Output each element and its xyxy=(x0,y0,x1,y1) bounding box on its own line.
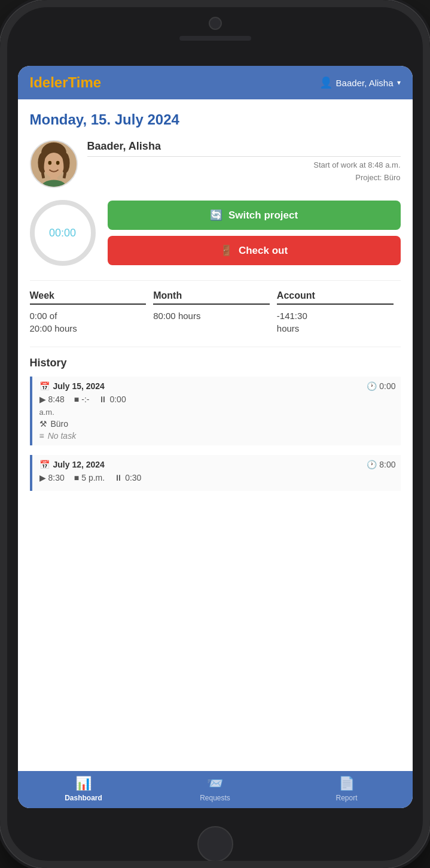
bottom-nav: 📊 Dashboard 📨 Requests 📄 Report xyxy=(18,771,413,808)
list-icon: ≡ xyxy=(39,431,44,441)
report-label: Report xyxy=(336,794,357,802)
checkout-button[interactable]: 🚪 Check out xyxy=(108,236,401,265)
user-details: Baader, Alisha Start of work at 8:48 a.m… xyxy=(87,140,401,182)
history-entry: 📅 July 15, 2024 🕐 0:00 ▶ 8:48 xyxy=(30,377,401,445)
history-duration-1: 🕐 0:00 xyxy=(367,381,395,391)
month-label: Month xyxy=(153,290,270,305)
stop-icon: ■ xyxy=(74,394,79,404)
account-label: Account xyxy=(277,290,394,305)
stat-month: Month 80:00 hours xyxy=(153,290,277,335)
dashboard-label: Dashboard xyxy=(65,794,102,802)
report-icon: 📄 xyxy=(338,776,355,791)
nav-dashboard[interactable]: 📊 Dashboard xyxy=(18,776,150,802)
clock-icon: 🕐 xyxy=(367,381,377,391)
week-label: Week xyxy=(30,290,147,305)
logo-text-ideler: Ideler xyxy=(30,74,68,90)
camera xyxy=(209,17,222,30)
header-username: Baader, Alisha xyxy=(336,78,394,88)
week-value: 0:00 of20:00 hours xyxy=(30,309,147,335)
pause-icon-2: ⏸ xyxy=(114,473,123,482)
clock-icon-2: 🕐 xyxy=(367,460,377,469)
current-project: Project: Büro xyxy=(87,173,401,182)
checkout-label: Check out xyxy=(239,245,288,257)
history-project-1: ⚒ Büro xyxy=(39,419,396,429)
calendar-icon-2: 📅 xyxy=(39,460,50,469)
screen: IdelerTime 👤 Baader, Alisha ▾ Monday, 15… xyxy=(18,66,413,808)
account-value: -141:30hours xyxy=(277,309,394,335)
timer-display: 00:00 xyxy=(49,227,76,239)
time-period-1: a.m. xyxy=(39,408,396,417)
switch-project-button[interactable]: 🔄 Switch project xyxy=(108,201,401,230)
header-user[interactable]: 👤 Baader, Alisha ▾ xyxy=(319,76,401,89)
time-pause-1: ⏸ 0:00 xyxy=(99,394,126,404)
history-entry-header-2: 📅 July 12, 2024 🕐 8:00 xyxy=(39,460,396,469)
chevron-down-icon: ▾ xyxy=(397,78,401,87)
checkout-icon: 🚪 xyxy=(220,244,233,257)
month-value: 80:00 hours xyxy=(153,309,270,322)
history-date-1: 📅 July 15, 2024 xyxy=(39,381,105,391)
svg-point-6 xyxy=(56,161,59,165)
avatar xyxy=(30,140,78,188)
home-button[interactable] xyxy=(197,826,233,862)
calendar-icon: 📅 xyxy=(39,381,50,391)
user-icon: 👤 xyxy=(319,76,333,89)
timer-circle: 00:00 xyxy=(30,200,96,266)
requests-icon: 📨 xyxy=(207,776,223,791)
time-start-1: ▶ 8:48 xyxy=(39,394,65,404)
history-times-1: ▶ 8:48 ■ -:- ⏸ 0:00 xyxy=(39,394,396,404)
history-duration-2: 🕐 8:00 xyxy=(367,460,395,469)
switch-project-label: Switch project xyxy=(228,210,298,221)
history-title: History xyxy=(30,357,401,369)
tools-icon: ⚒ xyxy=(39,419,47,429)
nav-requests[interactable]: 📨 Requests xyxy=(150,776,281,802)
home-button-area xyxy=(197,820,233,868)
stat-account: Account -141:30hours xyxy=(277,290,401,335)
user-section: Baader, Alisha Start of work at 8:48 a.m… xyxy=(30,140,401,188)
timer-action-section: 00:00 🔄 Switch project 🚪 Check out xyxy=(30,200,401,266)
time-start-2: ▶ 8:30 xyxy=(39,473,65,482)
svg-point-5 xyxy=(48,161,51,165)
phone-frame: IdelerTime 👤 Baader, Alisha ▾ Monday, 15… xyxy=(0,0,430,868)
history-section: History 📅 July 15, 2024 🕐 0:00 xyxy=(30,347,401,491)
speaker xyxy=(179,36,251,41)
history-task-1: ≡ No task xyxy=(39,431,396,441)
time-end-1: ■ -:- xyxy=(74,394,90,404)
main-content: Monday, 15. July 2024 xyxy=(18,99,413,771)
stop-icon-2: ■ xyxy=(74,473,79,482)
time-end-2: ■ 5 p.m. xyxy=(74,473,105,482)
app-header: IdelerTime 👤 Baader, Alisha ▾ xyxy=(18,66,413,99)
time-pause-2: ⏸ 0:30 xyxy=(114,473,141,482)
history-times-2: ▶ 8:30 ■ 5 p.m. ⏸ 0:30 xyxy=(39,473,396,482)
pause-icon: ⏸ xyxy=(99,394,107,404)
history-entry-header-1: 📅 July 15, 2024 🕐 0:00 xyxy=(39,381,396,391)
history-date-2: 📅 July 12, 2024 xyxy=(39,460,105,469)
stat-week: Week 0:00 of20:00 hours xyxy=(30,290,154,335)
date-heading: Monday, 15. July 2024 xyxy=(30,111,401,128)
history-entry-2: 📅 July 12, 2024 🕐 8:00 ▶ 8:30 xyxy=(30,455,401,491)
play-icon-2: ▶ xyxy=(39,473,46,482)
logo-text-time: Time xyxy=(68,74,102,90)
switch-icon: 🔄 xyxy=(210,209,222,221)
nav-report[interactable]: 📄 Report xyxy=(281,776,413,802)
user-name: Baader, Alisha xyxy=(87,140,401,157)
action-buttons: 🔄 Switch project 🚪 Check out xyxy=(108,201,401,265)
notch-area xyxy=(0,0,430,66)
app-logo: IdelerTime xyxy=(30,74,102,91)
dashboard-icon: 📊 xyxy=(75,776,92,791)
svg-point-4 xyxy=(43,153,63,178)
work-start: Start of work at 8:48 a.m. xyxy=(87,160,401,169)
stats-section: Week 0:00 of20:00 hours Month 80:00 hour… xyxy=(30,280,401,335)
requests-label: Requests xyxy=(200,794,230,802)
play-icon: ▶ xyxy=(39,394,46,404)
avatar-image xyxy=(31,140,77,188)
